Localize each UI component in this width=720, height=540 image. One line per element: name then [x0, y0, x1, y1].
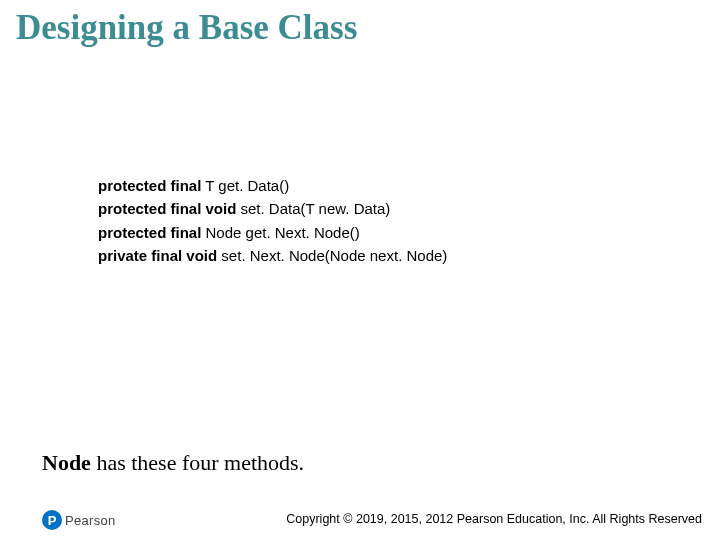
copyright-text: Copyright © 2019, 2015, 2012 Pearson Edu…: [286, 512, 702, 526]
code-rest: set. Next. Node(Node next. Node): [217, 247, 447, 264]
code-line: protected final void set. Data(T new. Da…: [98, 197, 447, 220]
logo-badge-icon: P: [42, 510, 62, 530]
code-rest: set. Data(T new. Data): [236, 200, 390, 217]
subtitle-rest: has these four methods.: [91, 450, 304, 475]
subtitle-node-word: Node: [42, 450, 91, 475]
logo-brand-text: Pearson: [65, 513, 116, 528]
code-line: protected final T get. Data(): [98, 174, 447, 197]
logo-initial: P: [48, 513, 57, 528]
code-keyword: protected final: [98, 177, 201, 194]
code-keyword: protected final: [98, 224, 201, 241]
slide-subtitle: Node has these four methods.: [42, 450, 304, 476]
slide: Designing a Base Class protected final T…: [0, 0, 720, 540]
code-line: private final void set. Next. Node(Node …: [98, 244, 447, 267]
code-rest: T get. Data(): [201, 177, 289, 194]
publisher-logo: P Pearson: [42, 510, 116, 530]
code-keyword: private final void: [98, 247, 217, 264]
code-block: protected final T get. Data() protected …: [98, 174, 447, 267]
code-keyword: protected final void: [98, 200, 236, 217]
code-line: protected final Node get. Next. Node(): [98, 221, 447, 244]
code-rest: Node get. Next. Node(): [201, 224, 359, 241]
slide-title: Designing a Base Class: [16, 8, 357, 48]
